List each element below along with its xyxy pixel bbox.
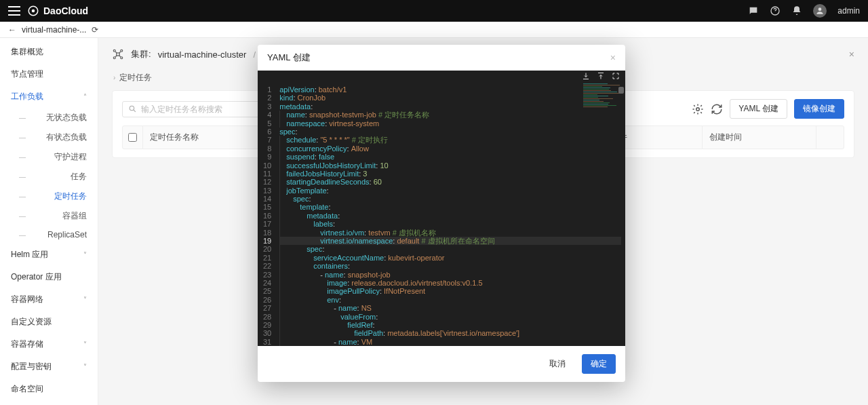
yaml-editor: 1234567891011121314151617181920212223242… [258,71,625,346]
import-icon[interactable] [582,72,590,80]
ok-button[interactable]: 确定 [582,354,616,374]
modal-header: YAML 创建 × [258,45,625,71]
modal-footer: 取消 确定 [258,346,625,382]
code-area[interactable]: apiVersion: batch/v1kind: CronJobmetadat… [278,83,625,346]
close-icon[interactable]: × [610,52,616,63]
editor-body[interactable]: 1234567891011121314151617181920212223242… [258,83,625,346]
modal-title: YAML 创建 [267,52,311,64]
editor-scrollbar[interactable] [617,83,625,346]
fullscreen-icon[interactable] [612,72,620,80]
editor-toolbar [258,71,625,83]
cancel-button[interactable]: 取消 [541,354,574,374]
download-icon[interactable] [597,72,605,80]
yaml-create-modal: YAML 创建 × 123456789101112131415161718192… [258,45,625,382]
scrollbar-thumb[interactable] [618,87,624,94]
line-gutter: 1234567891011121314151617181920212223242… [258,83,278,346]
